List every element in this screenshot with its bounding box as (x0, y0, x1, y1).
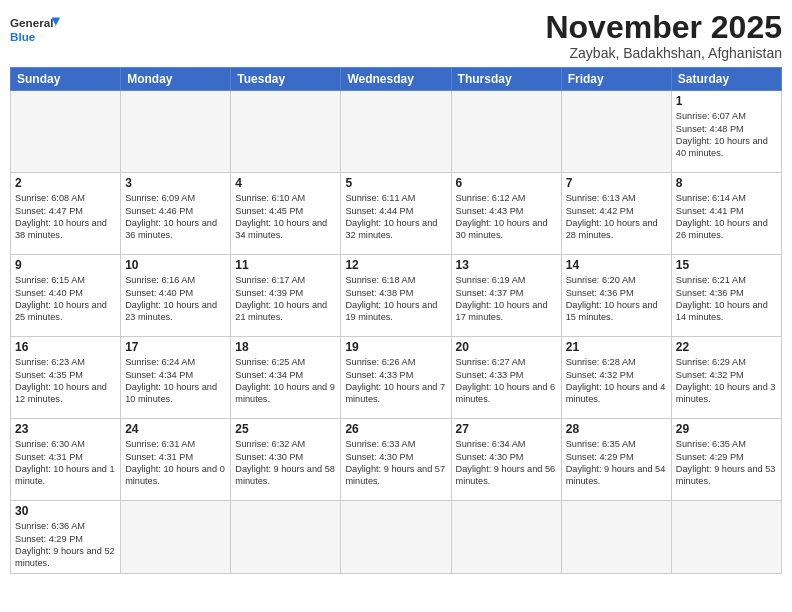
calendar-cell: 20Sunrise: 6:27 AM Sunset: 4:33 PM Dayli… (451, 337, 561, 419)
day-number: 5 (345, 176, 446, 190)
cell-info: Sunrise: 6:17 AM Sunset: 4:39 PM Dayligh… (235, 274, 336, 324)
day-number: 24 (125, 422, 226, 436)
day-number: 14 (566, 258, 667, 272)
calendar-cell: 17Sunrise: 6:24 AM Sunset: 4:34 PM Dayli… (121, 337, 231, 419)
cell-info: Sunrise: 6:13 AM Sunset: 4:42 PM Dayligh… (566, 192, 667, 242)
cell-info: Sunrise: 6:24 AM Sunset: 4:34 PM Dayligh… (125, 356, 226, 406)
calendar-cell: 19Sunrise: 6:26 AM Sunset: 4:33 PM Dayli… (341, 337, 451, 419)
calendar-cell: 1Sunrise: 6:07 AM Sunset: 4:48 PM Daylig… (671, 91, 781, 173)
cell-info: Sunrise: 6:30 AM Sunset: 4:31 PM Dayligh… (15, 438, 116, 488)
cell-info: Sunrise: 6:11 AM Sunset: 4:44 PM Dayligh… (345, 192, 446, 242)
cell-info: Sunrise: 6:08 AM Sunset: 4:47 PM Dayligh… (15, 192, 116, 242)
calendar-table: SundayMondayTuesdayWednesdayThursdayFrid… (10, 67, 782, 574)
header-row: SundayMondayTuesdayWednesdayThursdayFrid… (11, 68, 782, 91)
cell-info: Sunrise: 6:19 AM Sunset: 4:37 PM Dayligh… (456, 274, 557, 324)
calendar-cell (231, 91, 341, 173)
cell-info: Sunrise: 6:25 AM Sunset: 4:34 PM Dayligh… (235, 356, 336, 406)
cell-info: Sunrise: 6:12 AM Sunset: 4:43 PM Dayligh… (456, 192, 557, 242)
day-number: 22 (676, 340, 777, 354)
cell-info: Sunrise: 6:09 AM Sunset: 4:46 PM Dayligh… (125, 192, 226, 242)
calendar-cell: 11Sunrise: 6:17 AM Sunset: 4:39 PM Dayli… (231, 255, 341, 337)
calendar-cell (121, 501, 231, 574)
cell-info: Sunrise: 6:07 AM Sunset: 4:48 PM Dayligh… (676, 110, 777, 160)
day-number: 19 (345, 340, 446, 354)
calendar-cell: 4Sunrise: 6:10 AM Sunset: 4:45 PM Daylig… (231, 173, 341, 255)
cell-info: Sunrise: 6:26 AM Sunset: 4:33 PM Dayligh… (345, 356, 446, 406)
calendar-cell: 3Sunrise: 6:09 AM Sunset: 4:46 PM Daylig… (121, 173, 231, 255)
column-header-saturday: Saturday (671, 68, 781, 91)
calendar-cell (121, 91, 231, 173)
calendar-cell: 21Sunrise: 6:28 AM Sunset: 4:32 PM Dayli… (561, 337, 671, 419)
calendar-cell (671, 501, 781, 574)
cell-info: Sunrise: 6:34 AM Sunset: 4:30 PM Dayligh… (456, 438, 557, 488)
calendar-cell: 26Sunrise: 6:33 AM Sunset: 4:30 PM Dayli… (341, 419, 451, 501)
calendar-cell: 28Sunrise: 6:35 AM Sunset: 4:29 PM Dayli… (561, 419, 671, 501)
day-number: 25 (235, 422, 336, 436)
week-row-3: 9Sunrise: 6:15 AM Sunset: 4:40 PM Daylig… (11, 255, 782, 337)
subtitle: Zaybak, Badakhshan, Afghanistan (545, 45, 782, 61)
cell-info: Sunrise: 6:18 AM Sunset: 4:38 PM Dayligh… (345, 274, 446, 324)
calendar-cell: 10Sunrise: 6:16 AM Sunset: 4:40 PM Dayli… (121, 255, 231, 337)
column-header-tuesday: Tuesday (231, 68, 341, 91)
calendar-cell: 29Sunrise: 6:35 AM Sunset: 4:29 PM Dayli… (671, 419, 781, 501)
day-number: 9 (15, 258, 116, 272)
day-number: 13 (456, 258, 557, 272)
cell-info: Sunrise: 6:31 AM Sunset: 4:31 PM Dayligh… (125, 438, 226, 488)
calendar-cell (11, 91, 121, 173)
calendar-cell (561, 91, 671, 173)
cell-info: Sunrise: 6:29 AM Sunset: 4:32 PM Dayligh… (676, 356, 777, 406)
calendar-cell: 9Sunrise: 6:15 AM Sunset: 4:40 PM Daylig… (11, 255, 121, 337)
cell-info: Sunrise: 6:36 AM Sunset: 4:29 PM Dayligh… (15, 520, 116, 570)
calendar-cell: 5Sunrise: 6:11 AM Sunset: 4:44 PM Daylig… (341, 173, 451, 255)
day-number: 3 (125, 176, 226, 190)
calendar-cell (451, 501, 561, 574)
calendar-cell (231, 501, 341, 574)
day-number: 28 (566, 422, 667, 436)
calendar-cell: 6Sunrise: 6:12 AM Sunset: 4:43 PM Daylig… (451, 173, 561, 255)
day-number: 30 (15, 504, 116, 518)
column-header-thursday: Thursday (451, 68, 561, 91)
cell-info: Sunrise: 6:35 AM Sunset: 4:29 PM Dayligh… (676, 438, 777, 488)
column-header-friday: Friday (561, 68, 671, 91)
week-row-6: 30Sunrise: 6:36 AM Sunset: 4:29 PM Dayli… (11, 501, 782, 574)
calendar-cell: 25Sunrise: 6:32 AM Sunset: 4:30 PM Dayli… (231, 419, 341, 501)
column-header-sunday: Sunday (11, 68, 121, 91)
cell-info: Sunrise: 6:14 AM Sunset: 4:41 PM Dayligh… (676, 192, 777, 242)
page: General Blue November 2025 Zaybak, Badak… (0, 0, 792, 612)
column-header-wednesday: Wednesday (341, 68, 451, 91)
day-number: 15 (676, 258, 777, 272)
calendar-cell: 13Sunrise: 6:19 AM Sunset: 4:37 PM Dayli… (451, 255, 561, 337)
column-header-monday: Monday (121, 68, 231, 91)
week-row-1: 1Sunrise: 6:07 AM Sunset: 4:48 PM Daylig… (11, 91, 782, 173)
calendar-cell (451, 91, 561, 173)
calendar-cell: 12Sunrise: 6:18 AM Sunset: 4:38 PM Dayli… (341, 255, 451, 337)
calendar-cell (341, 91, 451, 173)
cell-info: Sunrise: 6:32 AM Sunset: 4:30 PM Dayligh… (235, 438, 336, 488)
logo-svg: General Blue (10, 10, 60, 50)
day-number: 11 (235, 258, 336, 272)
day-number: 6 (456, 176, 557, 190)
cell-info: Sunrise: 6:16 AM Sunset: 4:40 PM Dayligh… (125, 274, 226, 324)
day-number: 21 (566, 340, 667, 354)
day-number: 17 (125, 340, 226, 354)
cell-info: Sunrise: 6:10 AM Sunset: 4:45 PM Dayligh… (235, 192, 336, 242)
calendar-cell: 8Sunrise: 6:14 AM Sunset: 4:41 PM Daylig… (671, 173, 781, 255)
cell-info: Sunrise: 6:27 AM Sunset: 4:33 PM Dayligh… (456, 356, 557, 406)
logo: General Blue (10, 10, 60, 50)
calendar-cell: 14Sunrise: 6:20 AM Sunset: 4:36 PM Dayli… (561, 255, 671, 337)
week-row-2: 2Sunrise: 6:08 AM Sunset: 4:47 PM Daylig… (11, 173, 782, 255)
cell-info: Sunrise: 6:23 AM Sunset: 4:35 PM Dayligh… (15, 356, 116, 406)
day-number: 7 (566, 176, 667, 190)
calendar-cell: 23Sunrise: 6:30 AM Sunset: 4:31 PM Dayli… (11, 419, 121, 501)
calendar-cell: 2Sunrise: 6:08 AM Sunset: 4:47 PM Daylig… (11, 173, 121, 255)
calendar-cell: 24Sunrise: 6:31 AM Sunset: 4:31 PM Dayli… (121, 419, 231, 501)
week-row-4: 16Sunrise: 6:23 AM Sunset: 4:35 PM Dayli… (11, 337, 782, 419)
day-number: 2 (15, 176, 116, 190)
svg-text:General: General (10, 17, 53, 30)
day-number: 8 (676, 176, 777, 190)
cell-info: Sunrise: 6:28 AM Sunset: 4:32 PM Dayligh… (566, 356, 667, 406)
calendar-cell: 15Sunrise: 6:21 AM Sunset: 4:36 PM Dayli… (671, 255, 781, 337)
cell-info: Sunrise: 6:21 AM Sunset: 4:36 PM Dayligh… (676, 274, 777, 324)
header: General Blue November 2025 Zaybak, Badak… (10, 10, 782, 61)
cell-info: Sunrise: 6:33 AM Sunset: 4:30 PM Dayligh… (345, 438, 446, 488)
